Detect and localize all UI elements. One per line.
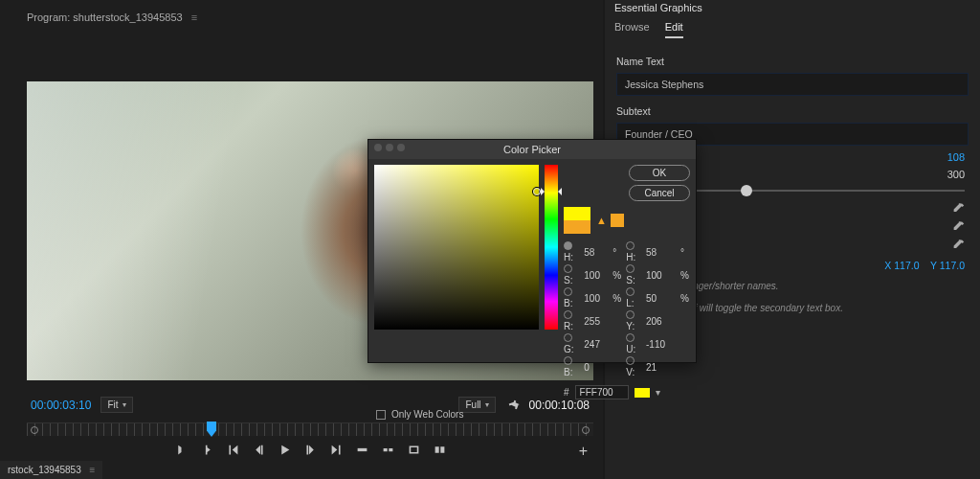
dialog-title: Color Picker: [503, 144, 561, 155]
h-input[interactable]: [584, 247, 609, 258]
new-color-swatch: [564, 207, 590, 220]
extract-icon[interactable]: [382, 444, 394, 459]
u-radio[interactable]: [626, 333, 635, 342]
s2-radio[interactable]: [626, 264, 635, 273]
color-values-grid: H:° H:° S:% S:% B:% L:% R: Y: G: U: B: V…: [564, 241, 690, 377]
window-controls[interactable]: [374, 144, 405, 151]
hue-pointer-icon[interactable]: [554, 188, 562, 195]
only-web-colors-row: Only Web Colors: [368, 405, 696, 423]
zoom-select[interactable]: Fit▾: [100, 397, 132, 413]
r-input[interactable]: [584, 316, 609, 327]
step-back-icon[interactable]: [253, 444, 265, 459]
program-header: Program: shutterstock_13945853 ≡: [0, 0, 603, 31]
in-point-icon[interactable]: [31, 426, 38, 434]
comparison-icon[interactable]: [434, 444, 446, 459]
color-picker-dialog: Color Picker OK Cancel ▲ H:° H:°: [368, 139, 697, 363]
s-radio[interactable]: [564, 264, 572, 273]
s2-input[interactable]: [646, 270, 671, 281]
name-text-input[interactable]: [616, 73, 969, 96]
lift-icon[interactable]: [356, 444, 368, 459]
hex-input[interactable]: [575, 385, 629, 399]
bb-input[interactable]: [584, 362, 609, 373]
program-sequence-name: shutterstock_13945853: [73, 11, 182, 23]
y-input[interactable]: [646, 316, 671, 327]
cancel-button[interactable]: Cancel: [629, 185, 690, 201]
h2-radio[interactable]: [626, 241, 635, 250]
subtext-label: Subtext: [616, 105, 969, 117]
tab-menu-icon[interactable]: ≡: [90, 465, 96, 475]
hex-label: #: [564, 387, 569, 398]
bb-radio[interactable]: [564, 356, 572, 365]
g-radio[interactable]: [564, 333, 572, 342]
add-button-icon[interactable]: +: [579, 443, 588, 460]
only-web-checkbox[interactable]: [376, 410, 386, 420]
go-out-icon[interactable]: [330, 444, 343, 459]
tab-browse[interactable]: Browse: [614, 21, 650, 38]
transport-buttons: +: [27, 436, 593, 467]
panel-title: Essential Graphics: [605, 0, 980, 21]
h-radio[interactable]: [564, 241, 572, 250]
play-icon[interactable]: [278, 444, 291, 459]
dialog-titlebar[interactable]: Color Picker: [368, 140, 696, 159]
v-input[interactable]: [646, 362, 671, 373]
mark-in-icon[interactable]: [175, 444, 188, 459]
ok-button[interactable]: OK: [629, 165, 690, 181]
swatch-dropdown-icon[interactable]: ▾: [656, 387, 660, 398]
g-input[interactable]: [584, 339, 609, 350]
gamut-swatch[interactable]: [611, 214, 624, 227]
program-title-prefix: Program:: [27, 11, 70, 23]
old-color-swatch: [564, 220, 590, 234]
tab-edit[interactable]: Edit: [665, 21, 683, 38]
s-input[interactable]: [584, 270, 609, 281]
eyedropper-icon[interactable]: [952, 221, 965, 236]
only-web-label: Only Web Colors: [391, 409, 463, 420]
slider-knob-icon[interactable]: [741, 185, 752, 196]
name-text-label: Name Text: [616, 56, 969, 67]
panel-menu-icon[interactable]: ≡: [191, 11, 197, 23]
eyedropper-icon[interactable]: [952, 203, 965, 217]
b-radio[interactable]: [564, 287, 572, 296]
gamut-warning-icon[interactable]: ▲: [596, 215, 607, 226]
sv-cursor-icon[interactable]: [533, 188, 541, 195]
y-radio[interactable]: [626, 310, 635, 319]
r-radio[interactable]: [564, 310, 572, 319]
mark-out-icon[interactable]: [201, 444, 213, 459]
v-radio[interactable]: [626, 356, 635, 365]
h2-input[interactable]: [646, 247, 671, 258]
step-fwd-icon[interactable]: [304, 444, 317, 459]
panel-tabs: Browse Edit: [605, 21, 980, 46]
eyedropper-icon[interactable]: [952, 240, 965, 254]
l-input[interactable]: [646, 293, 671, 304]
b-input[interactable]: [584, 293, 609, 304]
sequence-tab[interactable]: rstock_13945853 ≡: [0, 461, 102, 479]
go-in-icon[interactable]: [227, 444, 239, 459]
saturation-value-field[interactable]: [374, 165, 539, 330]
hue-slider[interactable]: [545, 165, 558, 330]
out-point-icon[interactable]: [582, 426, 590, 434]
current-timecode[interactable]: 00:00:03:10: [31, 399, 91, 412]
l-radio[interactable]: [626, 287, 635, 296]
timeline-ruler[interactable]: [27, 422, 593, 436]
u-input[interactable]: [646, 339, 671, 350]
hex-swatch: [635, 388, 650, 398]
export-frame-icon[interactable]: [408, 444, 420, 459]
playhead-icon[interactable]: [207, 422, 216, 437]
hue-pointer-icon[interactable]: [541, 188, 548, 195]
